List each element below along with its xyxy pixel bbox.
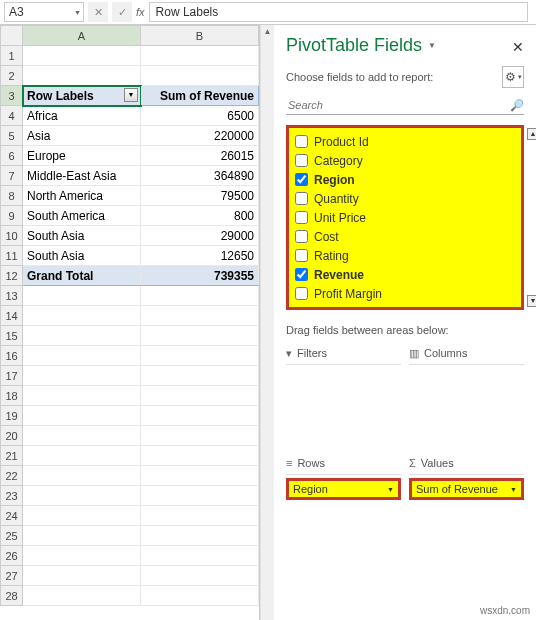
accept-formula-button[interactable]: ✓ [112, 2, 132, 22]
cell[interactable] [23, 506, 141, 526]
search-input[interactable] [286, 98, 510, 112]
cell[interactable] [23, 406, 141, 426]
field-checkbox[interactable] [295, 249, 308, 262]
cell[interactable] [23, 446, 141, 466]
cell[interactable] [141, 586, 259, 606]
cell[interactable]: 6500 [141, 106, 259, 126]
cell[interactable] [23, 66, 141, 86]
columns-area[interactable]: ▥Columns [409, 344, 524, 444]
field-item[interactable]: Revenue [295, 265, 517, 284]
cell[interactable]: North America [23, 186, 141, 206]
field-checkbox[interactable] [295, 268, 308, 281]
cell[interactable] [23, 346, 141, 366]
scroll-up-icon[interactable]: ▲ [527, 128, 536, 140]
cell[interactable]: Middle-East Asia [23, 166, 141, 186]
cell[interactable] [23, 46, 141, 66]
filters-dropzone[interactable] [286, 364, 401, 444]
cell[interactable]: 29000 [141, 226, 259, 246]
cell[interactable] [141, 66, 259, 86]
vertical-scrollbar[interactable]: ▲ [260, 25, 274, 620]
scroll-down-icon[interactable]: ▼ [527, 295, 536, 307]
cell[interactable] [141, 426, 259, 446]
cell[interactable] [23, 586, 141, 606]
row-header[interactable]: 3 [1, 86, 23, 106]
cell[interactable] [141, 406, 259, 426]
cell[interactable] [141, 466, 259, 486]
cell[interactable] [23, 486, 141, 506]
cell[interactable]: South America [23, 206, 141, 226]
row-header[interactable]: 20 [1, 426, 23, 446]
cell[interactable]: South Asia [23, 226, 141, 246]
cell[interactable] [23, 526, 141, 546]
row-header[interactable]: 15 [1, 326, 23, 346]
row-header[interactable]: 8 [1, 186, 23, 206]
field-checkbox[interactable] [295, 135, 308, 148]
row-header[interactable]: 10 [1, 226, 23, 246]
field-item[interactable]: Rating [295, 246, 517, 265]
col-header-b[interactable]: B [141, 26, 259, 46]
scroll-up-icon[interactable]: ▲ [261, 25, 274, 39]
cell[interactable] [141, 386, 259, 406]
cell[interactable] [23, 566, 141, 586]
cell[interactable] [23, 286, 141, 306]
fx-icon[interactable]: fx [136, 6, 145, 18]
field-item[interactable]: Product Id [295, 132, 517, 151]
select-all-corner[interactable] [1, 26, 23, 46]
cell[interactable]: Row Labels▼ [23, 86, 141, 106]
cell[interactable]: 800 [141, 206, 259, 226]
cell[interactable]: South Asia [23, 246, 141, 266]
name-box[interactable]: A3 ▼ [4, 2, 84, 22]
field-checkbox[interactable] [295, 287, 308, 300]
row-header[interactable]: 5 [1, 126, 23, 146]
search-field[interactable]: 🔍 [286, 96, 524, 115]
cell[interactable]: 220000 [141, 126, 259, 146]
cell[interactable] [141, 366, 259, 386]
cell[interactable] [23, 306, 141, 326]
row-header[interactable]: 9 [1, 206, 23, 226]
chevron-down-icon[interactable]: ▼ [74, 9, 81, 16]
row-header[interactable]: 27 [1, 566, 23, 586]
close-icon[interactable]: ✕ [512, 39, 524, 55]
cell[interactable]: Sum of Revenue [141, 86, 259, 106]
row-header[interactable]: 2 [1, 66, 23, 86]
values-dropzone[interactable]: Sum of Revenue ▼ [409, 474, 524, 506]
field-checkbox[interactable] [295, 230, 308, 243]
row-header[interactable]: 17 [1, 366, 23, 386]
row-header[interactable]: 13 [1, 286, 23, 306]
col-header-a[interactable]: A [23, 26, 141, 46]
row-field-chip[interactable]: Region ▼ [286, 478, 401, 500]
row-header[interactable]: 11 [1, 246, 23, 266]
row-header[interactable]: 12 [1, 266, 23, 286]
cell[interactable]: 12650 [141, 246, 259, 266]
cell[interactable]: Asia [23, 126, 141, 146]
rows-area[interactable]: ≡Rows Region ▼ [286, 454, 401, 506]
cell[interactable] [141, 346, 259, 366]
cell[interactable] [23, 466, 141, 486]
row-header[interactable]: 28 [1, 586, 23, 606]
field-item[interactable]: Quantity [295, 189, 517, 208]
cell[interactable] [141, 286, 259, 306]
field-item[interactable]: Cost [295, 227, 517, 246]
rows-dropzone[interactable]: Region ▼ [286, 474, 401, 506]
cell[interactable] [141, 326, 259, 346]
cancel-formula-button[interactable]: ✕ [88, 2, 108, 22]
row-header[interactable]: 21 [1, 446, 23, 466]
cell[interactable] [141, 546, 259, 566]
chevron-down-icon[interactable]: ▼ [510, 486, 517, 493]
field-checkbox[interactable] [295, 173, 308, 186]
cell[interactable]: 79500 [141, 186, 259, 206]
field-item[interactable]: Region [295, 170, 517, 189]
cell[interactable] [141, 566, 259, 586]
cell[interactable] [23, 546, 141, 566]
row-header[interactable]: 26 [1, 546, 23, 566]
cell[interactable] [141, 486, 259, 506]
filter-dropdown-icon[interactable]: ▼ [124, 88, 138, 102]
row-header[interactable]: 14 [1, 306, 23, 326]
cell[interactable] [23, 426, 141, 446]
row-header[interactable]: 1 [1, 46, 23, 66]
value-field-chip[interactable]: Sum of Revenue ▼ [409, 478, 524, 500]
row-header[interactable]: 22 [1, 466, 23, 486]
field-item[interactable]: Profit Margin [295, 284, 517, 303]
row-header[interactable]: 16 [1, 346, 23, 366]
cell[interactable]: Europe [23, 146, 141, 166]
